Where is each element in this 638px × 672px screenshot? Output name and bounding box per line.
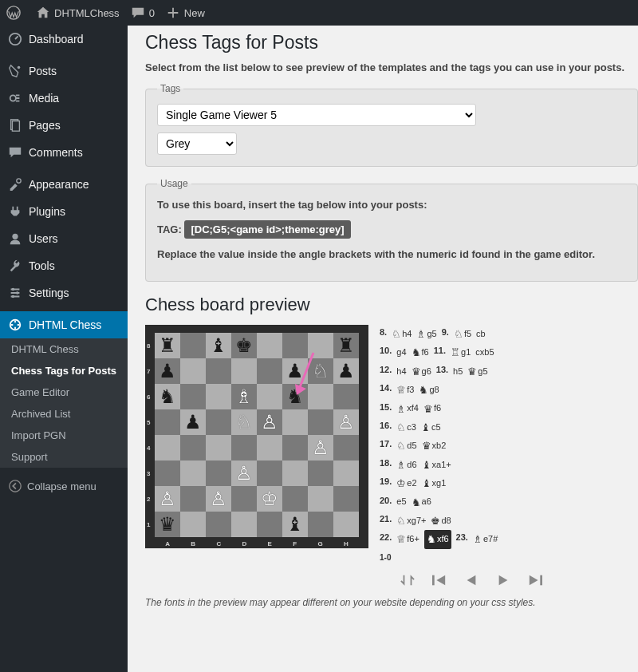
svg-point-9	[16, 291, 19, 294]
svg-rect-5	[12, 121, 19, 132]
moves-list[interactable]: 8.♘h4♗g59.♘f5cb10.g4♞f611.♖g1cxb512.h4♛g…	[380, 325, 544, 565]
prev-icon[interactable]	[463, 573, 480, 587]
theme-select[interactable]: Grey	[157, 132, 237, 155]
wp-logo[interactable]	[6, 6, 25, 20]
new-link[interactable]: New	[166, 6, 205, 20]
tag-value: [DC;G5;<game id>;theme:grey]	[184, 220, 350, 239]
site-link[interactable]: DHTMLChess	[36, 6, 120, 20]
preview-title: Chess board preview	[145, 294, 638, 315]
rank-labels: 87654321	[147, 333, 150, 537]
admin-topbar: DHTMLChess 0 New	[0, 0, 638, 26]
collapse-menu[interactable]: Collapse menu	[0, 472, 128, 500]
flip-icon[interactable]	[399, 573, 416, 587]
label: Users	[29, 232, 58, 245]
sidebar-item-appearance[interactable]: Appearance	[0, 171, 128, 198]
tag-label: TAG:	[157, 223, 182, 235]
sidebar-item-pages[interactable]: Pages	[0, 112, 128, 139]
label: Plugins	[29, 205, 65, 218]
last-icon[interactable]	[526, 573, 544, 587]
tags-legend: Tags	[157, 83, 183, 94]
sidebar-item-dashboard[interactable]: Dashboard	[0, 26, 128, 53]
page-title: Chess Tags for Posts	[145, 32, 638, 53]
new-label: New	[184, 7, 205, 19]
sub-archived-list[interactable]: Archived List	[0, 403, 128, 425]
svg-point-12	[10, 480, 21, 492]
svg-point-7	[12, 234, 18, 239]
board-squares: ♜♝♚♜♟♟♘♟♞♗♞♟♘♙♙♙♙♙♙♔♛♝	[155, 333, 359, 537]
first-icon[interactable]	[431, 573, 448, 587]
label: Media	[29, 92, 59, 105]
svg-rect-15	[432, 575, 435, 585]
svg-point-10	[12, 295, 15, 298]
svg-point-3	[10, 95, 16, 101]
comments-count: 0	[149, 7, 155, 19]
sidebar-item-dhtml-chess[interactable]: DHTML Chess	[0, 311, 128, 338]
admin-sidebar: Dashboard Posts Media Pages Comments App…	[0, 26, 128, 672]
template-select[interactable]: Single Game Viewer 5	[157, 104, 476, 126]
site-name: DHTMLChess	[54, 7, 120, 19]
svg-point-6	[17, 179, 21, 183]
label: Settings	[29, 287, 69, 299]
usage-line2: Replace the value inside the angle brack…	[157, 248, 626, 260]
label: Dashboard	[29, 33, 84, 45]
preview-footnote: The fonts in the preview may appear diff…	[145, 597, 638, 608]
usage-line1: To use this board, insert the tag below …	[157, 199, 626, 211]
sidebar-item-posts[interactable]: Posts	[0, 57, 128, 85]
nav-controls	[380, 565, 544, 592]
sidebar-item-tools[interactable]: Tools	[0, 252, 128, 279]
sidebar-item-users[interactable]: Users	[0, 225, 128, 252]
sidebar-item-comments[interactable]: Comments	[0, 139, 128, 166]
sub-game-editor[interactable]: Game Editor	[0, 381, 128, 403]
sub-dhtml-chess[interactable]: DHTML Chess	[0, 338, 128, 360]
svg-point-2	[18, 66, 21, 69]
usage-legend: Usage	[157, 178, 191, 189]
label: Pages	[29, 119, 61, 132]
label: Comments	[29, 146, 83, 159]
tags-fieldset: Tags Single Game Viewer 5 Grey	[145, 83, 638, 167]
label: Posts	[29, 65, 57, 77]
sidebar-item-media[interactable]: Media	[0, 85, 128, 112]
label: Collapse menu	[27, 480, 96, 492]
file-labels: ABCDEFGH	[155, 540, 359, 547]
sub-chess-tags[interactable]: Chess Tags for Posts	[0, 360, 128, 381]
tag-row: TAG: [DC;G5;<game id>;theme:grey]	[157, 220, 626, 239]
next-icon[interactable]	[494, 573, 512, 587]
label: Appearance	[29, 178, 89, 191]
svg-point-8	[12, 288, 15, 291]
sub-support[interactable]: Support	[0, 446, 128, 468]
label: DHTML Chess	[29, 318, 101, 331]
comments-link[interactable]: 0	[131, 6, 155, 20]
sidebar-item-plugins[interactable]: Plugins	[0, 198, 128, 225]
usage-fieldset: Usage To use this board, insert the tag …	[145, 178, 638, 282]
svg-rect-16	[540, 575, 542, 585]
sub-import-pgn[interactable]: Import PGN	[0, 425, 128, 446]
chess-board[interactable]: 87654321 ♜♝♚♜♟♟♘♟♞♗♞♟♘♙♙♙♙♙♙♔♛♝ ABCDEFGH	[145, 325, 368, 548]
label: Tools	[29, 259, 55, 272]
sidebar-item-settings[interactable]: Settings	[0, 279, 128, 306]
main-content: Chess Tags for Posts Select from the lis…	[128, 26, 638, 672]
intro-text: Select from the list below to see previe…	[145, 61, 638, 73]
